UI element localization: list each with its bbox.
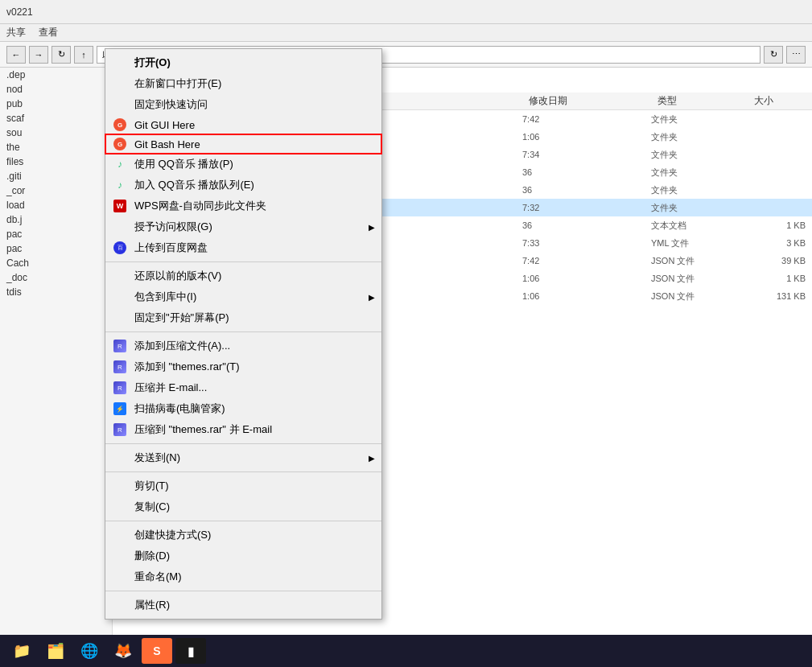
menu-item-wps-sync[interactable]: WWPS网盘-自动同步此文件夹	[105, 196, 381, 216]
qq-icon: ♪	[112, 156, 128, 172]
file-type-1: 文件夹	[651, 131, 748, 143]
menu-divider	[105, 521, 381, 521]
sidebar-item-13[interactable]: Cach	[0, 256, 112, 270]
submenu-arrow-icon: ▶	[369, 454, 375, 463]
settings-button[interactable]: ⋯	[786, 46, 806, 64]
sidebar-item-12[interactable]: pac	[0, 241, 112, 256]
sidebar-item-4[interactable]: sou	[0, 126, 112, 140]
menu-item-label-cut: 剪切(T)	[134, 479, 169, 493]
sidebar-item-10[interactable]: db.j	[0, 212, 112, 227]
menu-item-label-compress-email: 压缩并 E-mail...	[134, 381, 207, 395]
sidebar-item-14[interactable]: _doc	[0, 270, 112, 285]
sidebar-item-9[interactable]: load	[0, 198, 112, 212]
menu-item-send-to[interactable]: 发送到(N)▶	[105, 447, 381, 468]
menu-item-scan-virus[interactable]: ⚡扫描病毒(电脑管家)	[105, 398, 381, 419]
back-button[interactable]: ←	[6, 46, 26, 64]
sidebar-item-2[interactable]: pub	[0, 97, 112, 111]
file-size-7: 3 KB	[748, 238, 812, 248]
menu-item-git-bash[interactable]: GGit Bash Here	[105, 134, 381, 154]
menu-item-label-send-to: 发送到(N)	[134, 451, 180, 465]
file-date-5: 7:32	[522, 203, 651, 212]
taskbar-btn-terminal[interactable]: ▮	[175, 638, 206, 664]
menu-item-grant-access[interactable]: 授予访问权限(G)▶	[105, 216, 381, 237]
taskbar-btn-chrome[interactable]: 🌐	[74, 638, 105, 664]
sidebar-item-15[interactable]: tdis	[0, 285, 112, 299]
submenu-arrow-icon: ▶	[369, 223, 375, 232]
menu-share[interactable]: 共享	[6, 26, 26, 39]
menu-item-copy[interactable]: 复制(C)	[105, 496, 381, 517]
menu-item-delete[interactable]: 删除(D)	[105, 546, 381, 566]
sidebar-item-8[interactable]: _cor	[0, 183, 112, 198]
rar-icon: R	[112, 380, 128, 396]
menu-item-add-rar[interactable]: R添加到 "themes.rar"(T)	[105, 356, 381, 377]
menu-item-open-new-window[interactable]: 在新窗口中打开(E)	[105, 73, 381, 94]
rar-icon: R	[112, 338, 128, 354]
taskbar-btn-folder[interactable]: 🗂️	[40, 638, 71, 664]
sidebar-item-6[interactable]: files	[0, 154, 112, 169]
menu-item-label-grant-access: 授予访问权限(G)	[134, 220, 212, 234]
sidebar: .depnodpubscafsouthefiles.giti_corloaddb…	[0, 68, 113, 638]
menu-item-restore-previous[interactable]: 还原以前的版本(V)	[105, 266, 381, 286]
file-size-9: 1 KB	[748, 274, 812, 283]
sidebar-item-0[interactable]: .dep	[0, 68, 112, 82]
menu-item-pin-quick-access[interactable]: 固定到快速访问	[105, 94, 381, 115]
taskbar-btn-firefox[interactable]: 🦊	[108, 638, 138, 664]
file-type-2: 文件夹	[651, 149, 748, 161]
col-type-header[interactable]: 类型	[651, 94, 748, 108]
menu-item-open[interactable]: 打开(O)	[105, 52, 381, 73]
menu-item-label-pin-start: 固定到"开始"屏幕(P)	[134, 311, 229, 325]
menu-divider	[105, 261, 381, 262]
menu-item-label-git-bash: Git Bash Here	[134, 138, 200, 150]
menu-item-qq-play[interactable]: ♪使用 QQ音乐 播放(P)	[105, 154, 381, 175]
menu-item-label-create-shortcut: 创建快捷方式(S)	[134, 528, 211, 542]
sidebar-item-3[interactable]: scaf	[0, 111, 112, 126]
file-type-4: 文件夹	[651, 184, 748, 196]
file-date-8: 7:42	[522, 256, 651, 266]
title-text: v0221	[6, 6, 33, 18]
menu-item-cut[interactable]: 剪切(T)	[105, 476, 381, 496]
menu-item-label-compress-rar-email: 压缩到 "themes.rar" 并 E-mail	[134, 422, 272, 437]
menu-item-label-add-rar: 添加到 "themes.rar"(T)	[134, 360, 240, 374]
menu-item-label-qq-play: 使用 QQ音乐 播放(P)	[134, 157, 233, 171]
file-type-9: JSON 文件	[651, 273, 748, 285]
sidebar-item-11[interactable]: pac	[0, 227, 112, 241]
menu-item-compress-rar-email[interactable]: R压缩到 "themes.rar" 并 E-mail	[105, 419, 381, 440]
menu-item-label-add-compress: 添加到压缩文件(A)...	[134, 339, 230, 353]
menu-divider	[105, 443, 381, 444]
up-button[interactable]: ↑	[74, 46, 93, 64]
menu-item-qq-add[interactable]: ♪加入 QQ音乐 播放队列(E)	[105, 175, 381, 196]
more-button[interactable]: ↻	[764, 46, 783, 64]
sidebar-item-1[interactable]: nod	[0, 82, 112, 97]
taskbar-btn-explorer[interactable]: 📁	[6, 638, 37, 664]
menu-item-baidu-upload[interactable]: 百上传到百度网盘	[105, 237, 381, 258]
col-size-header[interactable]: 大小	[748, 94, 812, 108]
menu-item-pin-start[interactable]: 固定到"开始"屏幕(P)	[105, 307, 381, 328]
file-type-7: YML 文件	[651, 237, 748, 249]
file-type-0: 文件夹	[651, 113, 748, 126]
menu-item-label-delete: 删除(D)	[134, 549, 170, 563]
baidu-icon: 百	[112, 240, 128, 256]
menu-divider	[105, 471, 381, 472]
file-type-3: 文件夹	[651, 167, 748, 179]
menu-view[interactable]: 查看	[39, 26, 58, 39]
submenu-arrow-icon: ▶	[369, 293, 375, 302]
sidebar-item-5[interactable]: the	[0, 140, 112, 154]
menu-item-label-pin-quick-access: 固定到快速访问	[134, 97, 208, 112]
menu-item-create-shortcut[interactable]: 创建快捷方式(S)	[105, 525, 381, 546]
sidebar-item-7[interactable]: .giti	[0, 169, 112, 183]
file-date-9: 1:06	[522, 274, 651, 283]
menu-item-compress-email[interactable]: R压缩并 E-mail...	[105, 377, 381, 398]
file-date-3: 36	[522, 167, 651, 177]
col-date-header[interactable]: 修改日期	[522, 94, 651, 108]
menu-item-properties[interactable]: 属性(R)	[105, 595, 381, 616]
taskbar: 📁🗂️🌐🦊S▮	[0, 635, 812, 667]
menu-item-rename[interactable]: 重命名(M)	[105, 566, 381, 587]
menu-item-git-gui[interactable]: GGit GUI Here	[105, 115, 381, 134]
explorer-window: v0221 共享 查看 ← → ↻ ↑ 此电脑 > 软 ↻ ⋯ 名称 修改日期 …	[0, 0, 812, 667]
taskbar-btn-sublime[interactable]: S	[142, 638, 172, 664]
refresh-button[interactable]: ↻	[52, 46, 71, 64]
menu-item-include-in-library[interactable]: 包含到库中(I)▶	[105, 286, 381, 307]
forward-button[interactable]: →	[29, 46, 48, 64]
file-date-2: 7:34	[522, 150, 651, 159]
menu-item-add-compress[interactable]: R添加到压缩文件(A)...	[105, 336, 381, 356]
